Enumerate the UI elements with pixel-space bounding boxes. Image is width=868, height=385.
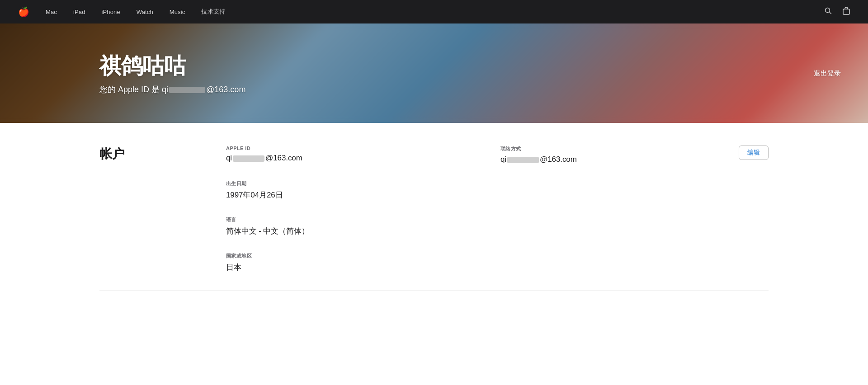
user-display-name: 祺鸽咕咕	[99, 52, 245, 80]
nav-left: 🍎 Mac iPad iPhone Watch Music 技术支持	[18, 6, 225, 17]
apple-logo-icon[interactable]: 🍎	[18, 6, 29, 17]
account-section: 帐户 APPLE ID qi@163.com 联络方式 qi@163.com	[99, 146, 769, 272]
region-value: 日本	[226, 262, 769, 272]
nav-item-support[interactable]: 技术支持	[201, 8, 225, 16]
hero-apple-id-text: 您的 Apple ID 是 qi@163.com	[99, 84, 245, 95]
nav-item-iphone[interactable]: iPhone	[102, 9, 120, 15]
nav-item-ipad[interactable]: iPad	[73, 9, 85, 15]
account-fields: APPLE ID qi@163.com 联络方式 qi@163.com 编辑	[226, 146, 769, 272]
region-block: 国家或地区 日本	[226, 253, 769, 272]
hero-banner: 祺鸽咕咕 您的 Apple ID 是 qi@163.com 退出登录	[0, 23, 868, 123]
shopping-bag-icon[interactable]	[843, 7, 850, 17]
contact-label: 联络方式	[500, 146, 739, 152]
top-fields: APPLE ID qi@163.com 联络方式 qi@163.com	[226, 146, 739, 164]
language-block: 语言 简体中文 - 中文（简体）	[226, 216, 769, 236]
nav-item-music[interactable]: Music	[170, 9, 185, 15]
nav-item-watch[interactable]: Watch	[137, 9, 153, 15]
nav-item-mac[interactable]: Mac	[46, 9, 57, 15]
contact-field: 联络方式 qi@163.com	[500, 146, 739, 164]
nav-right	[825, 7, 850, 17]
section-divider	[99, 291, 769, 291]
apple-id-label: APPLE ID	[226, 146, 464, 151]
birthdate-label: 出生日期	[226, 180, 769, 187]
region-label: 国家或地区	[226, 253, 769, 259]
svg-line-1	[830, 12, 831, 14]
svg-rect-2	[843, 9, 849, 14]
birthdate-block: 出生日期 1997年04月26日	[226, 180, 769, 200]
contact-value: qi@163.com	[500, 155, 739, 164]
edit-button[interactable]: 编辑	[739, 146, 769, 160]
main-content: 帐户 APPLE ID qi@163.com 联络方式 qi@163.com	[0, 123, 868, 345]
apple-id-field: APPLE ID qi@163.com	[226, 146, 464, 164]
top-fields-row: APPLE ID qi@163.com 联络方式 qi@163.com 编辑	[226, 146, 769, 164]
hero-content: 祺鸽咕咕 您的 Apple ID 是 qi@163.com	[0, 52, 245, 95]
apple-id-value: qi@163.com	[226, 154, 464, 163]
birthdate-value: 1997年04月26日	[226, 190, 769, 200]
navigation-bar: 🍎 Mac iPad iPhone Watch Music 技术支持	[0, 0, 868, 23]
language-value: 简体中文 - 中文（简体）	[226, 226, 769, 236]
section-title-account: 帐户	[99, 146, 226, 272]
search-icon[interactable]	[825, 7, 832, 16]
signout-button[interactable]: 退出登录	[814, 69, 841, 78]
language-label: 语言	[226, 216, 769, 223]
